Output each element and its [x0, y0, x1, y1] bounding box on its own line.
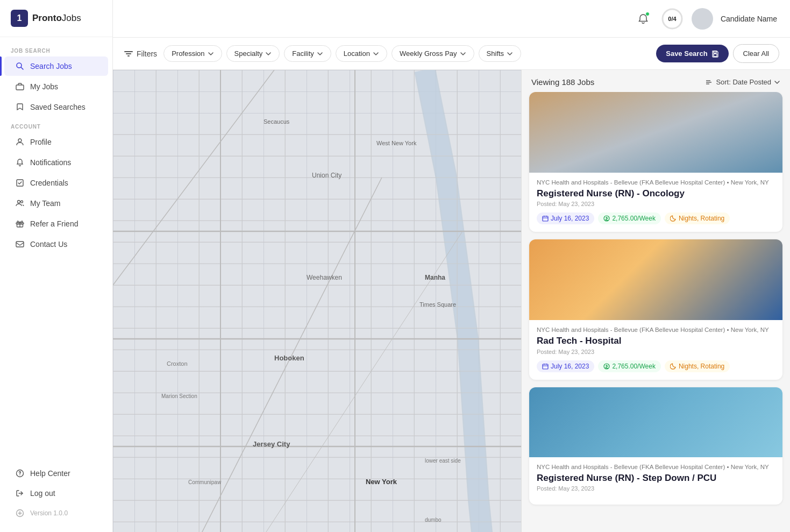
- sidebar-item-search-jobs[interactable]: Search Jobs: [4, 56, 108, 76]
- calendar-icon: [542, 363, 549, 370]
- sidebar-item-saved-searches[interactable]: Saved Searches: [4, 97, 108, 117]
- chevron-down-icon: [774, 79, 780, 86]
- jobs-count: Viewing 188 Jobs: [531, 77, 594, 87]
- chevron-down-icon: [208, 51, 214, 57]
- job-title: Rad Tech - Hospital: [537, 336, 775, 346]
- filters-icon: [124, 49, 133, 59]
- map-roads-svg: Union City West New York Secaucus Weehaw…: [113, 70, 521, 532]
- sidebar-item-label: My Jobs: [30, 82, 58, 91]
- bookmark-icon: [15, 102, 25, 112]
- content-area: Union City West New York Secaucus Weehaw…: [113, 70, 790, 532]
- logo-icon: 1: [11, 10, 28, 27]
- svg-rect-18: [124, 51, 133, 52]
- sort-button[interactable]: Sort: Date Posted: [706, 78, 780, 86]
- job-card-body: NYC Health and Hospitals - Bellevue (FKA…: [529, 320, 782, 379]
- date-tag: July 16, 2023: [537, 360, 594, 372]
- moon-icon: [670, 363, 677, 370]
- sidebar-item-my-team[interactable]: My Team: [4, 194, 108, 213]
- svg-rect-2: [16, 85, 24, 90]
- date-tag: July 16, 2023: [537, 212, 594, 224]
- jobs-list: NYC Health and Hospitals - Bellevue (FKA…: [522, 92, 790, 532]
- sidebar-item-label: Profile: [30, 138, 52, 146]
- sidebar-item-contact-us[interactable]: Contact Us: [4, 235, 108, 254]
- job-card-image: [529, 92, 782, 173]
- shifts-filter[interactable]: Shifts: [479, 45, 522, 62]
- logout-icon: [15, 488, 25, 498]
- svg-rect-4: [17, 180, 23, 186]
- bell-icon: [15, 158, 25, 167]
- avatar[interactable]: [692, 8, 713, 30]
- job-card-image: [529, 239, 782, 320]
- svg-rect-81: [543, 364, 548, 369]
- job-card[interactable]: NYC Health and Hospitals - Bellevue (FKA…: [529, 239, 782, 379]
- calendar-icon: [542, 215, 549, 222]
- svg-text:West New York: West New York: [376, 140, 417, 146]
- svg-text:dumbo: dumbo: [425, 517, 442, 523]
- svg-text:Times Square: Times Square: [419, 301, 456, 308]
- svg-line-1: [22, 68, 24, 70]
- specialty-filter[interactable]: Specialty: [226, 45, 280, 62]
- main-area: 0/4 Candidate Name Filters Profession Sp…: [113, 0, 790, 532]
- sidebar-item-label: Refer a Friend: [30, 219, 78, 228]
- filters-label-group: Filters: [124, 49, 157, 59]
- svg-rect-9: [16, 242, 24, 247]
- sidebar-item-notifications[interactable]: Notifications: [4, 153, 108, 172]
- svg-text:Marion Section: Marion Section: [161, 393, 197, 399]
- filter-bar: Filters Profession Specialty Facility Lo…: [113, 38, 790, 70]
- svg-point-6: [21, 201, 23, 203]
- map-section[interactable]: Union City West New York Secaucus Weehaw…: [113, 70, 521, 532]
- job-card[interactable]: NYC Health and Hospitals - Bellevue (FKA…: [529, 92, 782, 232]
- sidebar-item-logout[interactable]: Log out: [4, 484, 108, 503]
- svg-rect-19: [126, 53, 131, 54]
- sidebar-item-profile[interactable]: Profile: [4, 132, 108, 152]
- svg-point-5: [18, 201, 20, 203]
- sidebar-item-label: Contact Us: [30, 240, 67, 249]
- sidebar-item-my-jobs[interactable]: My Jobs: [4, 77, 108, 96]
- chevron-down-icon: [265, 51, 272, 57]
- sidebar-item-credentials[interactable]: Credentials: [4, 173, 108, 193]
- chevron-down-icon: [507, 51, 513, 57]
- sidebar-item-refer-friend[interactable]: Refer a Friend: [4, 214, 108, 233]
- svg-text:Croxton: Croxton: [167, 360, 188, 367]
- job-card-body: NYC Health and Hospitals - Bellevue (FKA…: [529, 457, 782, 505]
- location-filter[interactable]: Location: [336, 45, 387, 62]
- dollar-icon: [603, 363, 610, 370]
- envelope-icon: [15, 239, 25, 249]
- svg-text:Manha: Manha: [425, 274, 445, 281]
- logo-text: ProntoJobs: [32, 13, 81, 24]
- profession-filter[interactable]: Profession: [163, 45, 222, 62]
- job-posted: Posted: May 23, 2023: [537, 485, 775, 492]
- job-tags: July 16, 2023 2,765.00/Week Nights, Rota…: [537, 360, 775, 372]
- notification-dot: [645, 12, 650, 16]
- sidebar-item-label: Version 1.0.0: [30, 509, 68, 517]
- svg-rect-22: [714, 54, 717, 56]
- facility-filter[interactable]: Facility: [284, 45, 331, 62]
- weekly-gross-pay-filter[interactable]: Weekly Gross Pay: [392, 45, 474, 62]
- profile-progress[interactable]: 0/4: [660, 7, 684, 31]
- progress-label: 0/4: [668, 16, 676, 22]
- sidebar: 1 ProntoJobs JOB SEARCH Search Jobs My J…: [0, 0, 113, 532]
- chevron-down-icon: [317, 51, 323, 57]
- svg-rect-76: [543, 216, 548, 221]
- svg-text:Union City: Union City: [312, 172, 341, 179]
- chevron-down-icon: [373, 51, 379, 57]
- job-facility: NYC Health and Hospitals - Bellevue (FKA…: [537, 327, 775, 333]
- sidebar-item-label: Credentials: [30, 179, 68, 187]
- pay-tag: 2,765.00/Week: [598, 212, 661, 224]
- sidebar-item-label: Search Jobs: [30, 62, 72, 70]
- sidebar-item-help-center[interactable]: Help Center: [4, 464, 108, 483]
- job-card[interactable]: NYC Health and Hospitals - Bellevue (FKA…: [529, 387, 782, 505]
- map-background: Union City West New York Secaucus Weehaw…: [113, 70, 521, 532]
- svg-text:Secaucus: Secaucus: [264, 118, 290, 125]
- filters-text: Filters: [137, 49, 157, 58]
- sidebar-item-version: Version 1.0.0: [4, 503, 108, 523]
- svg-text:Hoboken: Hoboken: [274, 354, 304, 362]
- svg-point-3: [18, 139, 22, 142]
- notification-button[interactable]: [634, 9, 653, 29]
- save-search-button[interactable]: Save Search: [656, 45, 728, 62]
- plus-circle-icon: [15, 508, 25, 518]
- job-tags: July 16, 2023 2,765.00/Week Nights, Rota…: [537, 212, 775, 224]
- svg-text:Weehawken: Weehawken: [307, 274, 342, 281]
- pay-tag: 2,765.00/Week: [598, 360, 661, 372]
- clear-all-button[interactable]: Clear All: [733, 44, 779, 63]
